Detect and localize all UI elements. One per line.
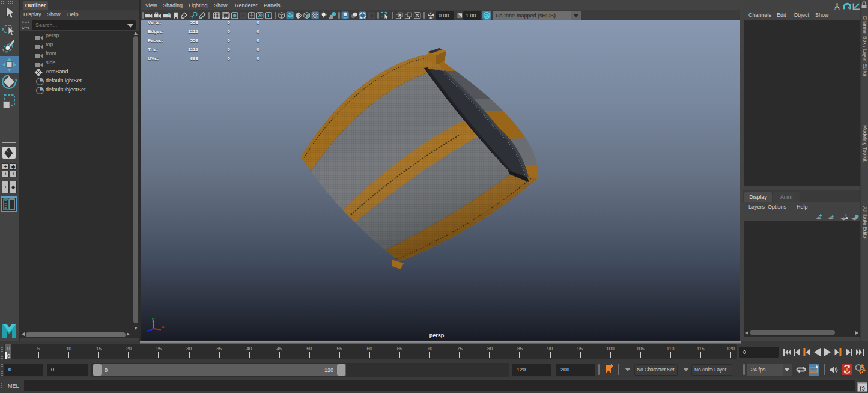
svg-text:ON: ON — [484, 14, 489, 17]
svg-text:{;}: {;} — [860, 385, 865, 391]
svg-text:T: T — [267, 13, 270, 19]
svg-text:z: z — [147, 328, 150, 332]
svg-text:y: y — [152, 318, 155, 322]
svg-text:x: x — [162, 324, 165, 329]
